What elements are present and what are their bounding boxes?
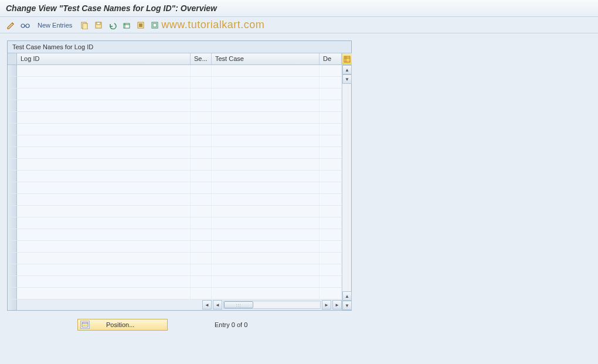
cell-se[interactable] (191, 253, 212, 264)
vscroll-up-button[interactable]: ▲ (342, 65, 352, 74)
cell-log-id[interactable] (17, 253, 191, 264)
cell-de[interactable] (320, 229, 342, 240)
cell-test-case[interactable] (212, 77, 320, 88)
hscroll-track[interactable]: ::: (223, 301, 321, 309)
position-button[interactable]: Position... (77, 319, 168, 331)
hscroll-thumb[interactable]: ::: (224, 301, 253, 308)
cell-test-case[interactable] (212, 253, 320, 264)
vscroll-down-button-2[interactable]: ▼ (342, 301, 352, 310)
glasses-icon[interactable] (20, 20, 30, 30)
new-entries-button[interactable]: New Entries (34, 21, 76, 30)
cell-se[interactable] (191, 276, 212, 287)
delete-row-icon[interactable] (121, 20, 132, 30)
cell-test-case[interactable] (212, 276, 320, 287)
cell-se[interactable] (191, 171, 212, 182)
cell-test-case[interactable] (212, 206, 320, 217)
row-selector[interactable] (8, 100, 17, 111)
cell-test-case[interactable] (212, 217, 320, 229)
cell-de[interactable] (320, 112, 342, 123)
cell-test-case[interactable] (212, 65, 320, 76)
cell-de[interactable] (320, 217, 342, 229)
cell-log-id[interactable] (17, 288, 191, 299)
undo-icon[interactable] (107, 20, 118, 30)
cell-log-id[interactable] (17, 159, 191, 170)
cell-log-id[interactable] (17, 276, 191, 287)
cell-log-id[interactable] (17, 100, 191, 111)
row-selector[interactable] (8, 253, 17, 264)
row-selector[interactable] (8, 241, 17, 252)
hscroll-right-button[interactable]: ► (332, 300, 342, 309)
row-selector[interactable] (8, 77, 17, 88)
cell-de[interactable] (320, 124, 342, 135)
cell-se[interactable] (191, 112, 212, 123)
cell-se[interactable] (191, 65, 212, 76)
column-se[interactable]: Se... (191, 53, 212, 64)
cell-log-id[interactable] (17, 77, 191, 88)
cell-se[interactable] (191, 124, 212, 135)
cell-de[interactable] (320, 194, 342, 205)
cell-test-case[interactable] (212, 264, 320, 275)
vscroll-down-button[interactable]: ▼ (342, 74, 352, 84)
cell-test-case[interactable] (212, 159, 320, 170)
cell-log-id[interactable] (17, 229, 191, 240)
row-selector[interactable] (8, 288, 17, 299)
cell-log-id[interactable] (17, 147, 191, 158)
row-selector[interactable] (8, 229, 17, 240)
edit-icon[interactable] (6, 20, 16, 30)
cell-se[interactable] (191, 89, 212, 100)
cell-log-id[interactable] (17, 264, 191, 275)
row-selector[interactable] (8, 89, 17, 100)
header-row-selector[interactable] (8, 53, 17, 64)
select-all-icon[interactable] (135, 20, 146, 30)
cell-log-id[interactable] (17, 124, 191, 135)
cell-de[interactable] (320, 89, 342, 100)
cell-test-case[interactable] (212, 124, 320, 135)
cell-de[interactable] (320, 147, 342, 158)
cell-se[interactable] (191, 217, 212, 229)
cell-test-case[interactable] (212, 171, 320, 182)
hscroll-step-right[interactable]: ► (322, 300, 331, 309)
cell-test-case[interactable] (212, 241, 320, 252)
cell-de[interactable] (320, 288, 342, 299)
cell-de[interactable] (320, 182, 342, 193)
cell-test-case[interactable] (212, 89, 320, 100)
copy-icon[interactable] (79, 20, 90, 30)
cell-de[interactable] (320, 253, 342, 264)
cell-test-case[interactable] (212, 288, 320, 299)
cell-de[interactable] (320, 264, 342, 275)
cell-de[interactable] (320, 241, 342, 252)
cell-se[interactable] (191, 194, 212, 205)
cell-test-case[interactable] (212, 229, 320, 240)
row-selector[interactable] (8, 264, 17, 275)
vscroll-up-button-2[interactable]: ▲ (342, 291, 352, 301)
cell-log-id[interactable] (17, 65, 191, 76)
row-selector[interactable] (8, 159, 17, 170)
row-selector[interactable] (8, 171, 17, 182)
save-icon[interactable] (93, 20, 104, 30)
cell-log-id[interactable] (17, 135, 191, 147)
cell-de[interactable] (320, 206, 342, 217)
cell-log-id[interactable] (17, 217, 191, 229)
row-selector[interactable] (8, 124, 17, 135)
cell-se[interactable] (191, 241, 212, 252)
cell-se[interactable] (191, 206, 212, 217)
cell-log-id[interactable] (17, 171, 191, 182)
hscroll-step-left[interactable]: ◄ (213, 300, 222, 309)
cell-de[interactable] (320, 171, 342, 182)
row-selector[interactable] (8, 147, 17, 158)
cell-se[interactable] (191, 135, 212, 147)
cell-se[interactable] (191, 264, 212, 275)
table-settings-icon[interactable] (342, 53, 352, 65)
cell-log-id[interactable] (17, 89, 191, 100)
cell-test-case[interactable] (212, 147, 320, 158)
cell-se[interactable] (191, 288, 212, 299)
column-de[interactable]: De (320, 53, 342, 64)
cell-de[interactable] (320, 135, 342, 147)
cell-log-id[interactable] (17, 206, 191, 217)
row-selector[interactable] (8, 206, 17, 217)
cell-test-case[interactable] (212, 112, 320, 123)
row-selector[interactable] (8, 65, 17, 76)
cell-test-case[interactable] (212, 135, 320, 147)
cell-se[interactable] (191, 147, 212, 158)
vscroll-track[interactable] (342, 84, 351, 291)
